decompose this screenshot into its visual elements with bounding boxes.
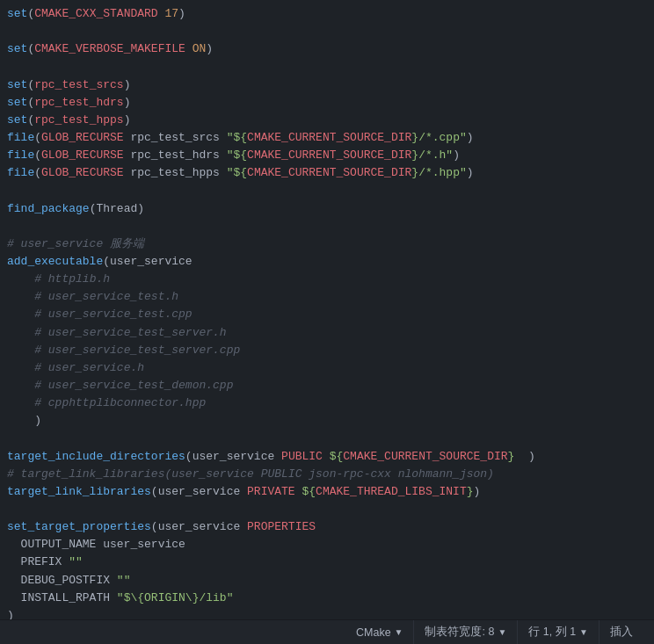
code-line bbox=[7, 501, 647, 518]
tab-width-label: 制表符宽度: 8 bbox=[425, 625, 494, 640]
status-bar: CMake ▼ 制表符宽度: 8 ▼ 行 1, 列 1 ▼ 插入 bbox=[0, 619, 654, 644]
position-label: 行 1, 列 1 bbox=[528, 625, 576, 640]
language-indicator[interactable]: CMake ▼ bbox=[345, 620, 415, 644]
code-line: # user_service_test.h bbox=[7, 288, 647, 306]
code-line: # user_service_test.cpp bbox=[7, 306, 647, 323]
code-line: set(rpc_test_hpps) bbox=[7, 112, 647, 129]
mode-label: 插入 bbox=[610, 625, 633, 640]
code-line bbox=[7, 23, 647, 40]
code-line bbox=[7, 218, 647, 235]
code-line bbox=[7, 182, 647, 199]
code-line: # target_link_libraries(user_service PUB… bbox=[7, 466, 647, 483]
code-line: file(GLOB_RECURSE rpc_test_hpps "${CMAKE… bbox=[7, 164, 647, 182]
code-line: find_package(Thread) bbox=[7, 200, 647, 218]
code-line: # user_service_test_server.cpp bbox=[7, 342, 647, 359]
code-line: ) bbox=[7, 412, 647, 430]
code-line: set(rpc_test_hdrs) bbox=[7, 94, 647, 112]
code-line bbox=[7, 58, 647, 76]
code-line: DEBUG_POSTFIX "" bbox=[7, 572, 647, 590]
cursor-position[interactable]: 行 1, 列 1 ▼ bbox=[518, 620, 600, 644]
code-line: file(GLOB_RECURSE rpc_test_hdrs "${CMAKE… bbox=[7, 147, 647, 164]
position-arrow: ▼ bbox=[579, 627, 588, 637]
code-line: # user_service_test_server.h bbox=[7, 324, 647, 342]
code-line: # user_service_test_demon.cpp bbox=[7, 377, 647, 394]
language-arrow: ▼ bbox=[395, 627, 403, 637]
edit-mode: 插入 bbox=[600, 620, 643, 644]
editor-area[interactable]: set(CMAKE_CXX_STANDARD 17) set(CMAKE_VER… bbox=[0, 0, 654, 619]
code-line: set_target_properties(user_service PROPE… bbox=[7, 518, 647, 536]
tab-arrow: ▼ bbox=[498, 627, 506, 637]
code-line: # user_service 服务端 bbox=[7, 235, 647, 253]
code-line: # cpphttplibconnector.hpp bbox=[7, 394, 647, 412]
code-line: # httplib.h bbox=[7, 271, 647, 288]
code-line: target_link_libraries(user_service PRIVA… bbox=[7, 483, 647, 501]
code-line: set(CMAKE_CXX_STANDARD 17) bbox=[7, 5, 647, 23]
code-line: PREFIX "" bbox=[7, 554, 647, 571]
code-line: set(CMAKE_VERBOSE_MAKEFILE ON) bbox=[7, 40, 647, 58]
code-block: set(CMAKE_CXX_STANDARD 17) set(CMAKE_VER… bbox=[0, 4, 654, 619]
code-line: set(rpc_test_srcs) bbox=[7, 76, 647, 94]
code-line: ) bbox=[7, 607, 647, 619]
code-line: OUTPUT_NAME user_service bbox=[7, 536, 647, 554]
code-line bbox=[7, 430, 647, 447]
code-line: # user_service.h bbox=[7, 359, 647, 377]
tab-width-indicator[interactable]: 制表符宽度: 8 ▼ bbox=[414, 620, 518, 644]
code-line: INSTALL_RPATH "$\{ORIGIN\}/lib" bbox=[7, 590, 647, 607]
code-line: file(GLOB_RECURSE rpc_test_srcs "${CMAKE… bbox=[7, 129, 647, 147]
code-line: add_executable(user_service bbox=[7, 253, 647, 271]
language-label: CMake bbox=[356, 626, 391, 639]
code-line: target_include_directories(user_service … bbox=[7, 448, 647, 466]
